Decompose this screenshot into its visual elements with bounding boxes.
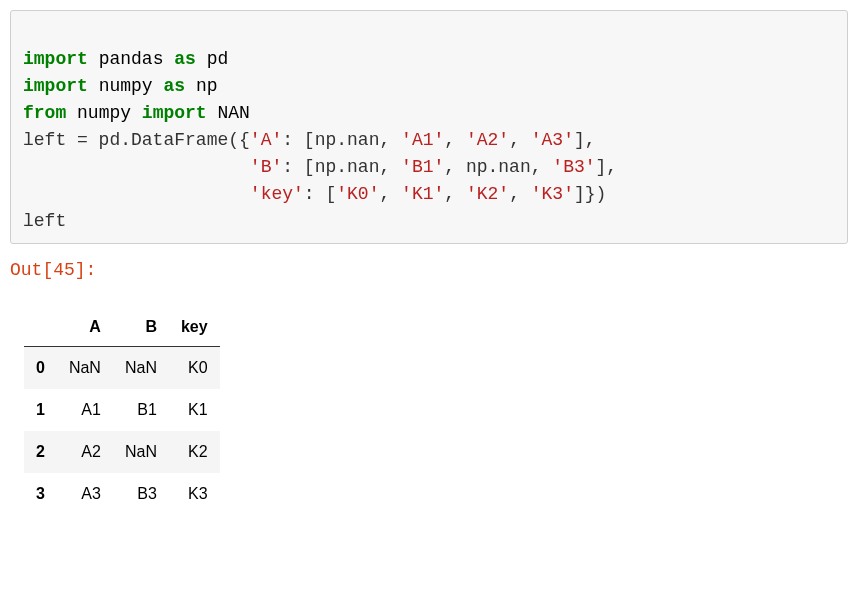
cell-B: B1 — [113, 389, 169, 431]
table-corner-blank — [24, 308, 57, 347]
cell-A: A1 — [57, 389, 113, 431]
code-text: np.nan — [315, 130, 380, 150]
code-text: ], — [596, 157, 618, 177]
string-literal: 'B' — [250, 157, 282, 177]
string-literal: 'A1' — [401, 130, 444, 150]
keyword-import: import — [142, 103, 207, 123]
string-literal: 'B3' — [552, 157, 595, 177]
column-header-B: B — [113, 308, 169, 347]
code-text: , — [379, 157, 401, 177]
dataframe-output-table: A B key 0 NaN NaN K0 1 A1 B1 K1 2 A2 NaN… — [24, 308, 220, 515]
code-indent — [23, 157, 250, 177]
string-literal: 'A3' — [531, 130, 574, 150]
cell-A: NaN — [57, 347, 113, 390]
alias-name: pd — [207, 49, 229, 69]
code-input-cell: import pandas as pd import numpy as np f… — [10, 10, 848, 244]
keyword-import: import — [23, 49, 88, 69]
code-text: , — [531, 157, 553, 177]
code-text: , — [444, 157, 466, 177]
imported-name: NAN — [217, 103, 249, 123]
code-text: , — [444, 130, 466, 150]
code-text: , — [444, 184, 466, 204]
code-text: np.nan — [315, 157, 380, 177]
code-text: left — [23, 211, 66, 231]
cell-key: K2 — [169, 431, 220, 473]
string-literal: 'K3' — [531, 184, 574, 204]
column-header-key: key — [169, 308, 220, 347]
code-text: , — [379, 130, 401, 150]
module-name: numpy — [77, 103, 131, 123]
string-literal: 'key' — [250, 184, 304, 204]
keyword-as: as — [163, 76, 185, 96]
keyword-from: from — [23, 103, 66, 123]
output-prompt-label: Out[45]: — [10, 260, 848, 280]
row-index: 2 — [24, 431, 57, 473]
string-literal: 'A2' — [466, 130, 509, 150]
table-row: 3 A3 B3 K3 — [24, 473, 220, 515]
code-text: , — [509, 130, 531, 150]
string-literal: 'A' — [250, 130, 282, 150]
cell-key: K0 — [169, 347, 220, 390]
cell-key: K3 — [169, 473, 220, 515]
code-text: ], — [574, 130, 596, 150]
column-header-A: A — [57, 308, 113, 347]
cell-A: A2 — [57, 431, 113, 473]
code-indent — [23, 184, 250, 204]
keyword-as: as — [174, 49, 196, 69]
cell-B: NaN — [113, 347, 169, 390]
code-text: ]}) — [574, 184, 606, 204]
cell-B: B3 — [113, 473, 169, 515]
code-text: , — [379, 184, 401, 204]
module-name: pandas — [99, 49, 164, 69]
string-literal: 'K0' — [336, 184, 379, 204]
string-literal: 'K2' — [466, 184, 509, 204]
cell-B: NaN — [113, 431, 169, 473]
keyword-import: import — [23, 76, 88, 96]
row-index: 1 — [24, 389, 57, 431]
code-text: : [ — [282, 157, 314, 177]
table-row: 0 NaN NaN K0 — [24, 347, 220, 390]
cell-A: A3 — [57, 473, 113, 515]
row-index: 0 — [24, 347, 57, 390]
row-index: 3 — [24, 473, 57, 515]
code-text: np.nan — [466, 157, 531, 177]
alias-name: np — [196, 76, 218, 96]
code-text: : [ — [282, 130, 314, 150]
table-row: 1 A1 B1 K1 — [24, 389, 220, 431]
table-row: 2 A2 NaN K2 — [24, 431, 220, 473]
string-literal: 'B1' — [401, 157, 444, 177]
cell-key: K1 — [169, 389, 220, 431]
code-text: left = pd.DataFrame({ — [23, 130, 250, 150]
code-text: : [ — [304, 184, 336, 204]
module-name: numpy — [99, 76, 153, 96]
code-text: , — [509, 184, 531, 204]
string-literal: 'K1' — [401, 184, 444, 204]
